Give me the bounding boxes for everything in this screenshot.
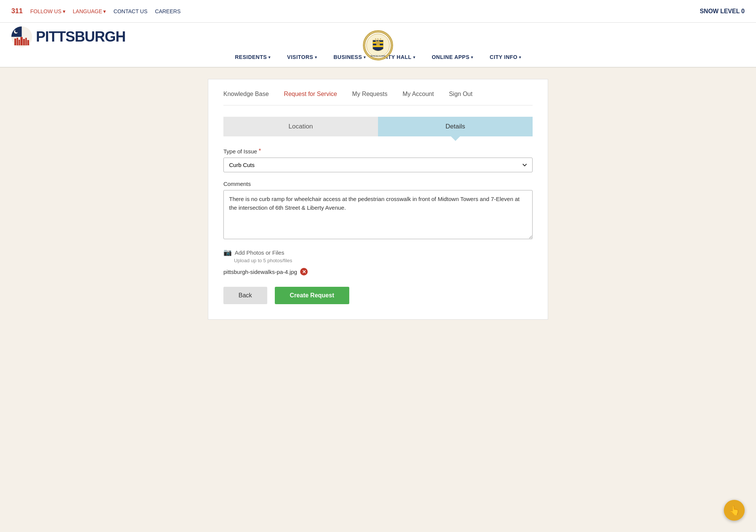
nav-item-visitors[interactable]: VISITORS ▾ [279, 47, 325, 67]
remove-file-button[interactable]: ✕ [300, 268, 308, 275]
comments-textarea[interactable]: There is no curb ramp for wheelchair acc… [223, 190, 533, 239]
upload-section: 📷 Add Photos or Files Upload up to 5 pho… [223, 248, 533, 263]
residents-chevron-icon: ▾ [268, 55, 271, 59]
nav-item-residents[interactable]: RESIDENTS ▾ [226, 47, 279, 67]
svg-rect-7 [20, 37, 23, 45]
cityinfo-chevron-icon: ▾ [519, 55, 521, 59]
contact-us-link[interactable]: CONTACT US [113, 8, 147, 14]
nav-item-onlineapps[interactable]: ONLINE APPS ▾ [423, 47, 481, 67]
main-content: Knowledge Base Request for Service My Re… [208, 79, 548, 320]
svg-rect-6 [19, 40, 20, 45]
camera-icon: 📷 [223, 248, 232, 257]
type-of-issue-select[interactable]: Curb Cuts Pothole Street Light Graffiti … [223, 158, 533, 172]
upload-label[interactable]: 📷 Add Photos or Files [223, 248, 533, 257]
cityhall-chevron-icon: ▾ [413, 55, 415, 59]
nav-item-cityinfo[interactable]: CITY INFO ▾ [482, 47, 530, 67]
sub-nav-request-for-service[interactable]: Request for Service [284, 91, 337, 97]
comments-label: Comments [223, 181, 533, 187]
language-link[interactable]: LANGUAGE ▾ [73, 8, 106, 14]
top-bar-left: 311 FOLLOW US ▾ LANGUAGE ▾ CONTACT US CA… [11, 7, 181, 15]
top-bar-links: FOLLOW US ▾ LANGUAGE ▾ CONTACT US CAREER… [30, 8, 181, 14]
tab-location[interactable]: Location [223, 117, 378, 136]
create-request-button[interactable]: Create Request [275, 287, 349, 304]
pittsburgh-logo-icon [11, 26, 32, 47]
tab-details[interactable]: Details [378, 117, 533, 136]
svg-rect-8 [23, 39, 25, 45]
back-button[interactable]: Back [223, 287, 267, 304]
hand-icon: 👆 [729, 505, 740, 516]
upload-sublabel: Upload up to 5 photos/files [234, 258, 533, 263]
svg-rect-5 [17, 38, 18, 45]
svg-rect-9 [25, 38, 27, 45]
sub-nav: Knowledge Base Request for Service My Re… [223, 91, 533, 105]
phone-311[interactable]: 311 [11, 7, 23, 15]
button-row: Back Create Request [223, 287, 533, 304]
top-bar: 311 FOLLOW US ▾ LANGUAGE ▾ CONTACT US CA… [0, 0, 756, 23]
sub-nav-knowledge-base[interactable]: Knowledge Base [223, 91, 269, 97]
svg-rect-17 [378, 40, 379, 42]
file-item: pittsburgh-sidewalks-pa-4.jpg ✕ [223, 268, 533, 275]
svg-rect-14 [373, 45, 383, 47]
logo-text[interactable]: PITTSBURGH [36, 29, 125, 45]
file-name: pittsburgh-sidewalks-pa-4.jpg [223, 269, 297, 275]
fab-button[interactable]: 👆 [724, 500, 745, 521]
svg-rect-16 [376, 40, 377, 42]
sub-nav-sign-out[interactable]: Sign Out [449, 91, 472, 97]
city-seal: ★ ★ ★ BENIGNO NUMINI [363, 30, 393, 60]
visitors-chevron-icon: ▾ [315, 55, 317, 59]
careers-link[interactable]: CAREERS [155, 8, 181, 14]
sub-nav-my-requests[interactable]: My Requests [352, 91, 387, 97]
follow-us-link[interactable]: FOLLOW US ▾ [30, 8, 65, 14]
onlineapps-chevron-icon: ▾ [471, 55, 473, 59]
sub-nav-my-account[interactable]: My Account [403, 91, 434, 97]
snow-level: SNOW LEVEL 0 [700, 8, 745, 15]
svg-text:★ ★ ★: ★ ★ ★ [375, 38, 381, 40]
nav-bar: RESIDENTS ▾ VISITORS ▾ BUSINESS ▾ [0, 47, 756, 68]
required-indicator: * [259, 148, 261, 155]
type-of-issue-label: Type of Issue * [223, 148, 533, 155]
svg-rect-4 [14, 39, 16, 45]
svg-rect-10 [27, 40, 29, 45]
svg-text:BENIGNO NUMINI: BENIGNO NUMINI [371, 55, 386, 57]
svg-point-2 [15, 29, 18, 32]
step-tabs: Location Details [223, 117, 533, 136]
form-section: Type of Issue * Curb Cuts Pothole Street… [223, 148, 533, 275]
